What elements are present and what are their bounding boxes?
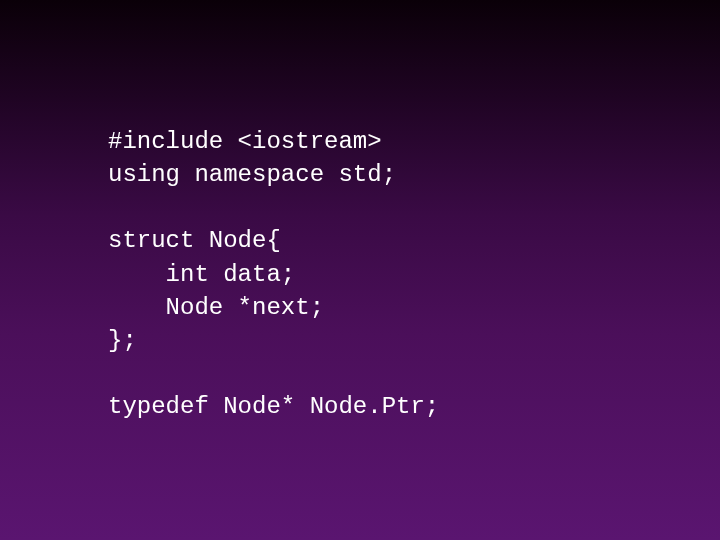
- code-block: #include <iostream> using namespace std;…: [108, 92, 720, 456]
- code-line: int data;: [108, 261, 295, 288]
- code-line: };: [108, 327, 137, 354]
- code-line: struct Node{: [108, 227, 281, 254]
- code-line: Node *next;: [108, 294, 324, 321]
- code-line: using namespace std;: [108, 161, 396, 188]
- code-line: #include <iostream>: [108, 128, 382, 155]
- code-line: typedef Node* Node.Ptr;: [108, 393, 439, 420]
- slide: #include <iostream> using namespace std;…: [0, 0, 720, 540]
